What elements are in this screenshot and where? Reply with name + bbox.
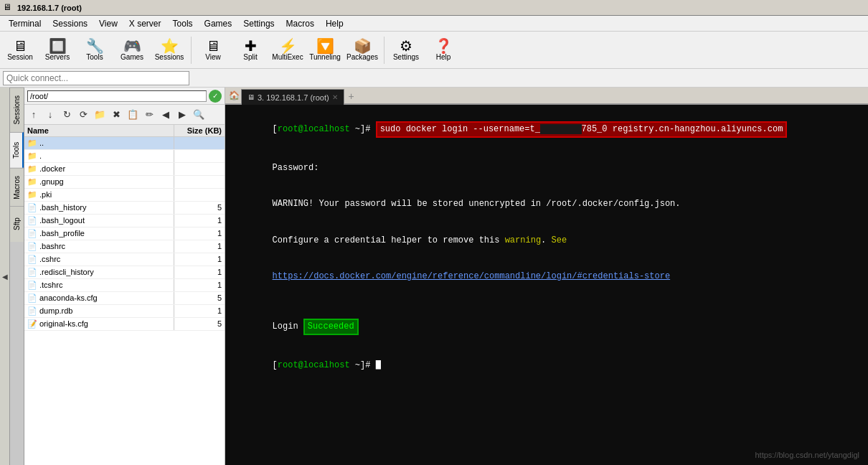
games-icon: 🎮 xyxy=(123,39,141,53)
terminal-configure-line: Configure a credential helper to remove … xyxy=(231,222,862,258)
file-icon: 📄 xyxy=(27,229,37,238)
tab-bar: 🏠 🖥 3. 192.168.1.7 (root) ✕ + xyxy=(225,88,868,105)
menu-tools[interactable]: Tools xyxy=(167,17,199,30)
packages-icon: 📦 xyxy=(354,39,372,53)
file-tb-newfolder[interactable]: 📁 xyxy=(92,107,108,123)
terminal-empty-line xyxy=(231,295,862,307)
menu-help[interactable]: Help xyxy=(320,17,349,30)
file-tb-refresh[interactable]: ↻ xyxy=(59,107,75,123)
toolbar-help[interactable]: ❓ Help xyxy=(426,34,461,67)
file-rows-container: 📁..📁.📁.docker📁.gnupg📁.pki📄.bash_history5… xyxy=(24,137,225,331)
file-tb-copy[interactable]: 📋 xyxy=(125,107,141,123)
tunneling-icon: 🔽 xyxy=(316,39,334,53)
file-icon: 📄 xyxy=(27,293,37,302)
list-item[interactable]: 📁.. xyxy=(24,137,225,150)
path-ok-button[interactable]: ✓ xyxy=(209,90,222,103)
list-item[interactable]: 📁.gnupg xyxy=(24,176,225,189)
menu-sessions[interactable]: Sessions xyxy=(47,17,93,30)
menu-macros[interactable]: Macros xyxy=(280,17,320,30)
folder-icon: 📁 xyxy=(27,164,37,173)
list-item[interactable]: 📁.pki xyxy=(24,189,225,202)
menu-xserver[interactable]: X server xyxy=(123,17,167,30)
terminal-tab-1[interactable]: 🖥 3. 192.168.1.7 (root) ✕ xyxy=(241,89,344,105)
split-icon: ✚ xyxy=(245,39,257,53)
multiexec-icon: ⚡ xyxy=(279,39,297,53)
file-tb-prev[interactable]: ◀ xyxy=(158,107,174,123)
file-toolbar: ↑ ↓ ↻ ⟳ 📁 ✖ 📋 ✏ ◀ ▶ 🔍 xyxy=(24,105,225,125)
folder-icon: 📁 xyxy=(27,190,37,199)
list-item[interactable]: 📄.tcshrc1 xyxy=(24,279,225,292)
watermark: https://blog.csdn.net/ytangdigl xyxy=(755,451,859,459)
path-input[interactable] xyxy=(27,90,207,102)
file-panel: ✓ ↑ ↓ ↻ ⟳ 📁 ✖ 📋 ✏ ◀ ▶ 🔍 Name xyxy=(24,88,225,465)
toolbar-view[interactable]: 🖥 View xyxy=(196,34,230,67)
toolbar: 🖥 Session 🔲 Servers 🔧 Tools 🎮 Games ⭐ Se… xyxy=(0,32,868,69)
menu-games[interactable]: Games xyxy=(199,17,238,30)
quick-connect-input[interactable] xyxy=(3,71,189,85)
servers-icon: 🔲 xyxy=(49,39,67,53)
menu-settings[interactable]: Settings xyxy=(237,17,280,30)
list-item[interactable]: 📝original-ks.cfg5 xyxy=(24,318,225,331)
toolbar-separator-1 xyxy=(191,37,192,64)
list-item[interactable]: 📁.docker xyxy=(24,163,225,176)
list-item[interactable]: 📄.cshrc1 xyxy=(24,253,225,266)
file-tb-up[interactable]: ↑ xyxy=(26,107,42,123)
toolbar-separator-2 xyxy=(384,37,385,64)
list-item[interactable]: 📄.bash_logout1 xyxy=(24,215,225,227)
col-name-header: Name xyxy=(24,125,174,136)
title-bar-text: 192.168.1.7 (root) xyxy=(17,4,82,12)
file-icon: 📄 xyxy=(27,255,37,263)
session-icon: 🖥 xyxy=(13,39,27,53)
terminal-link-line: https://docs.docker.com/engine/reference… xyxy=(231,258,862,294)
file-tb-next[interactable]: ▶ xyxy=(174,107,190,123)
file-tb-down[interactable]: ↓ xyxy=(42,107,58,123)
list-item[interactable]: 📄dump.rdb1 xyxy=(24,305,225,318)
file-path-bar: ✓ xyxy=(24,88,225,105)
terminal-password-line: Password: xyxy=(231,150,862,186)
file-table: Name Size (KB) 📁..📁.📁.docker📁.gnupg📁.pki… xyxy=(24,125,225,465)
collapse-arrow[interactable]: ◀ xyxy=(0,88,10,465)
tab-close-1[interactable]: ✕ xyxy=(332,93,338,101)
settings-icon: ⚙ xyxy=(400,39,412,53)
toolbar-packages[interactable]: 📦 Packages xyxy=(345,34,379,67)
toolbar-sessions[interactable]: ⭐ Sessions xyxy=(152,34,187,67)
toolbar-games[interactable]: 🎮 Games xyxy=(115,34,149,67)
sidebar-item-sessions[interactable]: Sessions xyxy=(10,88,24,132)
menu-view[interactable]: View xyxy=(93,17,123,30)
menu-terminal[interactable]: Terminal xyxy=(3,17,47,30)
file-tb-delete[interactable]: ✖ xyxy=(108,107,124,123)
tab-add-button[interactable]: + xyxy=(345,89,358,103)
list-item[interactable]: 📄.bash_history5 xyxy=(24,202,225,215)
title-bar-icon: 🖥 xyxy=(3,2,14,14)
command-highlight-box: sudo docker login --username=t_ 785_0 re… xyxy=(376,121,788,138)
toolbar-multiexec[interactable]: ⚡ MultiExec xyxy=(270,34,305,67)
title-bar: 🖥 192.168.1.7 (root) xyxy=(0,0,868,16)
folder-icon: 📁 xyxy=(27,138,37,147)
folder-icon: 📁 xyxy=(27,177,37,186)
file-tb-filter[interactable]: 🔍 xyxy=(191,107,207,123)
terminal-content[interactable]: [root@localhost ~]# sudo docker login --… xyxy=(225,105,868,465)
file-icon: 📄 xyxy=(27,216,37,225)
list-item[interactable]: 📄.bashrc1 xyxy=(24,240,225,253)
collapse-icon: ◀ xyxy=(2,273,8,281)
file-table-header: Name Size (KB) xyxy=(24,125,225,137)
sidebar-item-sftp[interactable]: Sftp xyxy=(10,206,24,242)
toolbar-split[interactable]: ✚ Split xyxy=(233,34,268,67)
sidebar-item-tools[interactable]: Tools xyxy=(10,132,24,168)
toolbar-tools[interactable]: 🔧 Tools xyxy=(77,34,112,67)
file-tb-reload[interactable]: ⟳ xyxy=(75,107,91,123)
file-tb-rename[interactable]: ✏ xyxy=(141,107,157,123)
toolbar-settings[interactable]: ⚙ Settings xyxy=(389,34,423,67)
menu-bar: Terminal Sessions View X server Tools Ga… xyxy=(0,16,868,32)
sidebar-item-macros[interactable]: Macros xyxy=(10,168,24,207)
list-item[interactable]: 📄anaconda-ks.cfg5 xyxy=(24,292,225,305)
quick-connect-bar xyxy=(0,69,868,88)
list-item[interactable]: 📄.bash_profile1 xyxy=(24,227,225,240)
list-item[interactable]: 📄.rediscli_history1 xyxy=(24,266,225,279)
tab-icon: 🖥 xyxy=(247,93,255,101)
list-item[interactable]: 📁. xyxy=(24,150,225,163)
tab-home[interactable]: 🏠 xyxy=(227,88,241,103)
toolbar-tunneling[interactable]: 🔽 Tunneling xyxy=(308,34,342,67)
toolbar-session[interactable]: 🖥 Session xyxy=(3,34,37,67)
toolbar-servers[interactable]: 🔲 Servers xyxy=(40,34,75,67)
